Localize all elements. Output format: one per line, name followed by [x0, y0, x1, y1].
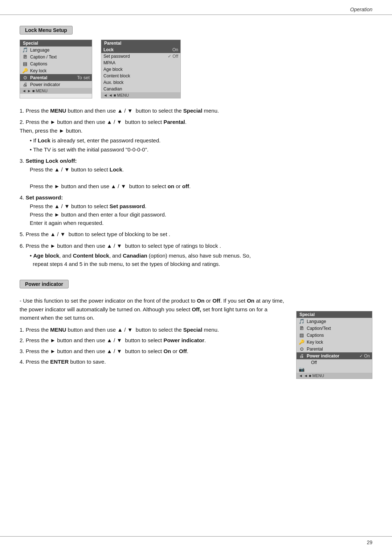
- parental-nav-icons: ◄ ◄ ■ MENU: [103, 93, 129, 97]
- power-menu-wrap: Special 🎵 Language 🖹 Caption/Text ▤ Ca: [296, 311, 372, 379]
- step3-line2: Press the ► button and then use ▲ / ▼ bu…: [20, 183, 191, 189]
- section-label: Operation: [350, 7, 372, 12]
- pm-parental: ⊙ Parental: [297, 345, 372, 352]
- instruction-list: Press the MENU button and then use ▲ / ▼…: [20, 106, 372, 268]
- step4-line2: Press the ► button and then enter a four…: [20, 211, 166, 218]
- menu-item-keylock: 🔑 Key lock: [20, 67, 92, 74]
- power-step-4: Press the ENTER button to save.: [20, 357, 285, 366]
- step3-label: Setting Lock on/off:: [26, 158, 77, 164]
- pm-footer: ◄ ◄ ■ MENU: [297, 373, 372, 379]
- lock-menus-row: Special 🎵 Language 🖹 Caption / Text ▤ Ca…: [20, 40, 372, 98]
- instruction-step-5: Press the ▲ / ▼ button to select type of…: [20, 230, 372, 238]
- power-icon: 🖨: [22, 82, 28, 87]
- parental-item-mpaa: MPAA: [101, 60, 180, 66]
- pm-key-icon: 🔑: [299, 339, 305, 345]
- menu-item-language: 🎵 Language: [20, 46, 92, 53]
- power-indicator-section: Power indicator - Use this function to s…: [20, 280, 372, 379]
- power-intro: - Use this function to set the power ind…: [20, 296, 285, 322]
- main-content: Lock Menu Setup Special 🎵 Language 🖹 Cap…: [0, 15, 392, 401]
- menu-item-parental: ⊙ Parental To set: [20, 74, 92, 81]
- special-menu-footer: ◄ ► ■ MENU: [20, 88, 92, 94]
- power-menu-body: 🎵 Language 🖹 Caption/Text ▤ Captions: [297, 318, 372, 373]
- power-special-menu: Special 🎵 Language 🖹 Caption/Text ▤ Ca: [296, 311, 372, 379]
- parental-menu-footer: ◄ ◄ ■ MENU: [101, 92, 180, 98]
- step4-line1: Press the ▲ / ▼ button to select Set pas…: [20, 203, 147, 209]
- power-step-1: Press the MENU button and then use ▲ / ▼…: [20, 325, 285, 334]
- instruction-step-2: Press the ► button and then use ▲ / ▼ bu…: [20, 118, 372, 154]
- menu-item-caption-text: 🖹 Caption / Text: [20, 53, 92, 60]
- special-menu-title: Special: [20, 40, 92, 46]
- page-header: Operation: [0, 0, 392, 15]
- parental-menu-title: Parental: [101, 40, 180, 46]
- pm-language: 🎵 Language: [297, 318, 372, 325]
- special-menu: Special 🎵 Language 🖹 Caption / Text ▤ Ca…: [20, 40, 92, 98]
- pm-parental-icon: ⊙: [299, 346, 305, 352]
- parental-menu: Parental Lock On Set password ✓ Off MPAA: [101, 40, 181, 98]
- page-number: 29: [367, 539, 372, 545]
- key-icon: 🔑: [22, 68, 28, 73]
- step3-line1: Press the ▲ / ▼ button to select Lock.: [20, 166, 124, 173]
- pm-power-indicator: 🖨 Power indicator ✓ On: [297, 352, 372, 359]
- power-instruction-list: Press the MENU button and then use ▲ / ▼…: [20, 325, 285, 366]
- parental-item-canadian: Canadian: [101, 86, 180, 92]
- step6-bullets: Age block, and Content block, and Canadi…: [20, 251, 372, 268]
- power-menu-title: Special: [297, 311, 372, 318]
- nav-icons: ◄ ► ■ MENU: [22, 89, 48, 93]
- pm-captions: ▤ Captions: [297, 332, 372, 339]
- power-text-area: - Use this function to set the power ind…: [20, 296, 285, 368]
- pm-nav-icons: ◄ ◄ ■ MENU: [299, 373, 324, 378]
- menu-item-power-indicator: 🖨 Power indicator: [20, 81, 92, 88]
- captions-icon: ▤: [22, 61, 28, 66]
- parental-item-content-block: Content block: [101, 73, 180, 79]
- lock-instructions: Press the MENU button and then use ▲ / ▼…: [20, 106, 372, 268]
- instruction-step-6: Press the ► button and then use ▲ / ▼ bu…: [20, 242, 372, 268]
- step4-line3: Enter it again when requested.: [20, 220, 103, 226]
- power-indicator-heading: Power indicator: [20, 280, 69, 288]
- parental-item-set-password: Set password ✓ Off: [101, 53, 180, 60]
- instruction-step-1: Press the MENU button and then use ▲ / ▼…: [20, 106, 372, 115]
- step4-label: Set password:: [26, 194, 63, 201]
- pm-keylock: 🔑 Key lock: [297, 339, 372, 345]
- music-icon: 🎵: [22, 47, 28, 53]
- instruction-step-3: Setting Lock on/off: Press the ▲ / ▼ but…: [20, 157, 372, 190]
- pm-power-icon: 🖨: [299, 353, 305, 359]
- pm-captions-icon: ▤: [299, 332, 305, 338]
- lock-section-heading: Lock Menu Setup: [20, 26, 73, 35]
- pm-caption-icon: 🖹: [299, 325, 305, 331]
- instruction-step-4: Set password: Press the ▲ / ▼ button to …: [20, 193, 372, 227]
- power-step-2: Press the ► button and then use ▲ / ▼ bu…: [20, 336, 285, 344]
- menu-item-captions: ▤ Captions: [20, 60, 92, 67]
- parental-item-aux-block: Aux. block: [101, 79, 180, 86]
- page-footer: 29: [0, 536, 392, 545]
- parental-item-age-block: Age block: [101, 66, 180, 73]
- parental-menu-body: Lock On Set password ✓ Off MPAA Age bloc…: [101, 46, 180, 92]
- parental-to-set: To set: [72, 75, 90, 80]
- pm-camera-icon: 📷: [299, 367, 305, 372]
- pm-camera-row: 📷: [297, 366, 372, 373]
- parental-icon: ⊙: [22, 75, 28, 80]
- step2-bullets: If Lock is already set, enter the passwo…: [20, 136, 372, 154]
- parental-item-lock: Lock On: [101, 46, 180, 53]
- pm-music-icon: 🎵: [299, 319, 305, 324]
- power-content-area: - Use this function to set the power ind…: [20, 296, 372, 379]
- caption-icon: 🖹: [22, 54, 28, 60]
- bullet-age-content: Age block, and Content block, and Canadi…: [30, 251, 372, 268]
- pm-caption-text: 🖹 Caption/Text: [297, 325, 372, 332]
- power-step-3: Press the ► button and then use ▲ / ▼ bu…: [20, 347, 285, 355]
- pm-power-off-row: Off: [297, 359, 372, 366]
- special-menu-body: 🎵 Language 🖹 Caption / Text ▤ Captions 🔑…: [20, 46, 92, 88]
- bullet-lock: If Lock is already set, enter the passwo…: [30, 136, 372, 145]
- bullet-password: The TV is set with the initial password …: [30, 145, 372, 154]
